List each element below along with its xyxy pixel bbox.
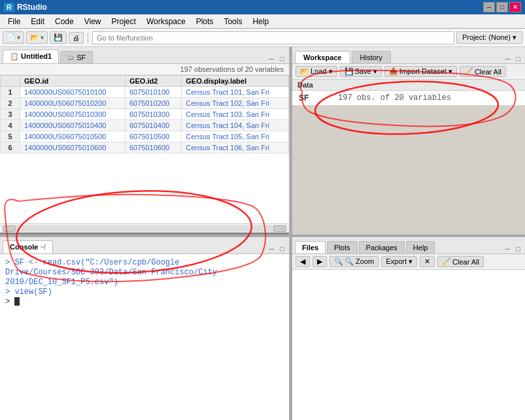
files-tab-bar: Files Plots Packages Help ─ □: [292, 237, 525, 254]
files-content: [292, 270, 525, 420]
cell-geoid2: 6075010200: [125, 98, 181, 109]
workspace-minimize-button[interactable]: ─: [503, 54, 513, 63]
cell-geoid2: 6075010600: [125, 142, 181, 153]
console-pane: Console ~/ ─ □ > SF <- read.csv("C:/User…: [0, 237, 289, 420]
load-icon: 📂: [300, 67, 309, 76]
zoom-icon: 🔍: [334, 257, 343, 266]
workspace-toolbar: 📂 Load ▾ 💾 Save ▾ 📥 Import Dataset ▾ 🧹 C…: [292, 64, 525, 80]
menu-code[interactable]: Code: [50, 16, 79, 27]
clear-plots-button[interactable]: 🧹 Clear All: [437, 256, 484, 267]
import-icon: 📥: [389, 67, 398, 76]
save-icon: 💾: [345, 67, 354, 76]
row-num: 2: [1, 98, 20, 109]
row-num: 4: [1, 120, 20, 131]
minimize-pane-button[interactable]: ─: [267, 54, 277, 63]
cell-label: Census Tract 105, San Fri: [182, 131, 289, 142]
main-layout: 📋 Untitled1 🗂 SF ─ □ 197 observations of…: [0, 47, 525, 420]
tab-console[interactable]: Console ~/: [3, 240, 53, 253]
table-row: 3 1400000US06075010300 6075010300 Census…: [1, 109, 289, 120]
horizontal-scrollbar[interactable]: [16, 225, 273, 232]
export-button[interactable]: Export ▾: [381, 256, 417, 267]
tab-help[interactable]: Help: [406, 241, 435, 253]
remove-plot-button[interactable]: ✕: [420, 256, 435, 267]
print-button[interactable]: 🖨: [69, 32, 84, 44]
workspace-maximize-button[interactable]: □: [514, 54, 522, 63]
menu-file[interactable]: File: [3, 16, 25, 27]
console-output[interactable]: > SF <- read.csv("C:/Users/cpb/Google Dr…: [0, 254, 289, 420]
app-title: RStudio: [17, 3, 47, 12]
cell-geoid: 1400000US06075010200: [20, 98, 126, 109]
goto-file-input[interactable]: [92, 31, 454, 44]
save-workspace-button[interactable]: 💾 Save ▾: [340, 66, 382, 77]
load-button[interactable]: 📂 Load ▾: [296, 66, 337, 77]
left-panel: 📋 Untitled1 🗂 SF ─ □ 197 observations of…: [0, 47, 290, 420]
row-num: 3: [1, 109, 20, 120]
menu-tools[interactable]: Tools: [218, 16, 247, 27]
broom-icon: 🧹: [464, 67, 473, 76]
console-line-2: Drive/Courses/SOC 393/Data/San Francisco…: [5, 268, 284, 277]
tab-sf[interactable]: 🗂 SF: [60, 51, 93, 63]
broom-files-icon: 🧹: [442, 257, 451, 266]
files-pane: Files Plots Packages Help ─ □ ◀ ▶ 🔍 🔍 Zo…: [292, 237, 525, 420]
variable-info: 197 obs. of 20 variables: [338, 93, 451, 103]
menu-help[interactable]: Help: [247, 16, 274, 27]
col-header-geoid[interactable]: GEO.id: [20, 76, 126, 87]
grid-info-text: 197 observations of 20 variables: [180, 65, 284, 73]
col-header-row-num[interactable]: [1, 76, 20, 87]
cell-geoid: 1400000US06075010300: [20, 109, 126, 120]
menu-plots[interactable]: Plots: [191, 16, 219, 27]
files-minimize-button[interactable]: ─: [503, 244, 513, 253]
workspace-tab-controls: ─ □: [503, 54, 522, 63]
console-minimize-button[interactable]: ─: [267, 244, 277, 253]
cell-label: Census Tract 102, San Fri: [182, 98, 289, 109]
table-row: 2 1400000US06075010200 6075010200 Census…: [1, 98, 289, 109]
horizontal-scrollbar-row: [0, 223, 289, 233]
console-tab-bar: Console ~/ ─ □: [0, 237, 289, 254]
console-tab-controls: ─ □: [267, 244, 286, 253]
variable-name: SF: [299, 93, 331, 103]
maximize-button[interactable]: □: [496, 2, 508, 12]
console-maximize-button[interactable]: □: [278, 244, 286, 253]
tab-files[interactable]: Files: [295, 241, 326, 253]
maximize-pane-button[interactable]: □: [278, 54, 286, 63]
cell-geoid2: 6075010400: [125, 120, 181, 131]
row-num: 6: [1, 142, 20, 153]
menu-workspace[interactable]: Workspace: [141, 16, 191, 27]
scroll-right-btn[interactable]: [273, 225, 286, 232]
open-file-button[interactable]: 📂 ▾: [26, 31, 48, 44]
menu-project[interactable]: Project: [107, 16, 141, 27]
import-dataset-button[interactable]: 📥 Import Dataset ▾: [384, 66, 457, 77]
new-file-button[interactable]: 📄 ▾: [3, 31, 24, 44]
clear-all-button[interactable]: 🧹 Clear All: [460, 66, 506, 77]
console-line-1: > SF <- read.csv("C:/Users/cpb/Google: [5, 258, 284, 267]
title-bar: R RStudio ─ □ ✕: [0, 0, 525, 14]
forward-button[interactable]: ▶: [313, 256, 327, 267]
files-toolbar: ◀ ▶ 🔍 🔍 Zoom Export ▾ ✕ 🧹 Clear All: [292, 254, 525, 270]
tab-untitled1[interactable]: 📋 Untitled1: [3, 50, 59, 63]
tab-history[interactable]: History: [352, 51, 391, 63]
scroll-left-btn[interactable]: [3, 225, 16, 232]
save-button[interactable]: 💾: [50, 31, 67, 44]
tab-plots[interactable]: Plots: [327, 241, 357, 253]
tab-packages[interactable]: Packages: [359, 241, 405, 253]
workspace-pane: Workspace History ─ □ 📂 Load ▾ 💾 Save ▾: [292, 47, 525, 234]
zoom-button[interactable]: 🔍 🔍 Zoom: [330, 256, 379, 267]
files-maximize-button[interactable]: □: [514, 244, 522, 253]
minimize-button[interactable]: ─: [483, 2, 495, 12]
menu-edit[interactable]: Edit: [25, 16, 50, 27]
close-button[interactable]: ✕: [509, 2, 521, 12]
project-selector[interactable]: Project: (None) ▾: [456, 31, 522, 44]
back-button[interactable]: ◀: [296, 256, 310, 267]
cell-label: Census Tract 106, San Fri: [182, 142, 289, 153]
cell-geoid2: 6075010300: [125, 109, 181, 120]
col-header-geoid2[interactable]: GEO.id2: [125, 76, 181, 87]
table-row: 6 1400000US06075010600 6075010600 Census…: [1, 142, 289, 153]
tab-icon-sf: 🗂: [67, 54, 75, 61]
col-header-geodisplay[interactable]: GEO.display.label: [182, 76, 289, 87]
workspace-variable-row[interactable]: SF 197 obs. of 20 variables: [292, 91, 525, 105]
console-tab-label: Console: [10, 243, 38, 251]
table-row: 4 1400000US06075010400 6075010400 Census…: [1, 120, 289, 131]
tab-workspace[interactable]: Workspace: [295, 51, 350, 63]
menu-view[interactable]: View: [79, 16, 107, 27]
data-grid[interactable]: GEO.id GEO.id2 GEO.display.label 1 14000…: [0, 75, 289, 223]
